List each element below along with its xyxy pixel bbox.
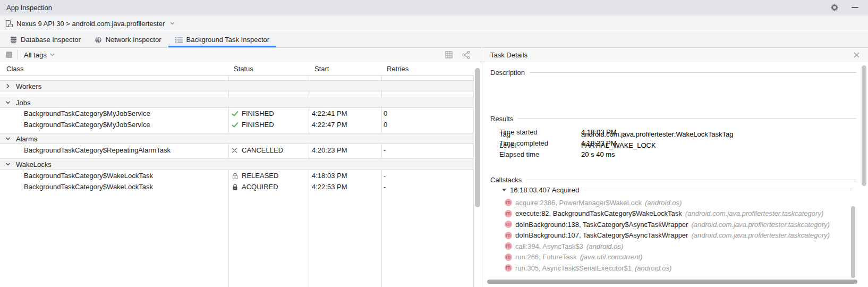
stack-frame[interactable]: mdoInBackground:138, TaskCategory$AsyncT… [483, 219, 855, 230]
list-view-icon[interactable] [445, 51, 453, 58]
field-time-started: Time started 4:18:03 PM [483, 128, 868, 137]
task-row[interactable]: BackgroundTaskCategory$MyJobServiceFINIS… [0, 108, 474, 119]
tab-label: Background Task Inspector [186, 36, 270, 44]
task-list-icon [175, 37, 183, 43]
table-spacer [0, 91, 474, 97]
chevron-down-icon[interactable] [5, 100, 11, 105]
method-icon: m [505, 264, 512, 272]
callstack-vertical-scrollbar[interactable] [851, 206, 855, 278]
close-icon[interactable] [854, 52, 860, 58]
chevron-down-icon[interactable] [5, 136, 11, 141]
column-header-class[interactable]: Class [6, 62, 24, 76]
group-label: Jobs [16, 97, 30, 108]
tab-background-task-inspector[interactable]: Background Task Inspector [168, 32, 277, 47]
task-rows: WorkersJobsBackgroundTaskCategory$MyJobS… [0, 76, 474, 192]
all-tags-label: All tags [24, 51, 47, 59]
chevron-right-icon[interactable] [5, 83, 11, 89]
stack-frame[interactable]: mrun:266, FutureTask(java.util.concurren… [483, 252, 855, 263]
group-row-wakelocks[interactable]: WakeLocks [0, 158, 474, 170]
method-icon: m [505, 242, 512, 250]
task-row[interactable]: BackgroundTaskCategory$MyJobServiceFINIS… [0, 119, 474, 130]
column-header-status[interactable]: Status [234, 62, 253, 76]
field-value: 4:18:03 PM [581, 128, 617, 136]
background-task-table-panel: All tags Class Status Start Retries Work… [0, 48, 482, 287]
field-label: Time completed [499, 139, 548, 147]
frame-text: call:394, AsyncTask$3 [515, 242, 583, 250]
gear-icon[interactable] [830, 3, 839, 12]
check-icon [232, 110, 239, 117]
column-header-retries[interactable]: Retries [387, 62, 409, 76]
frame-text: run:305, AsyncTask$SerialExecutor$1 [515, 264, 632, 272]
stack-frame[interactable]: mcall:394, AsyncTask$3(android.os) [483, 241, 855, 252]
toolbar-separator [17, 50, 18, 60]
method-icon: m [505, 232, 512, 239]
table-toolbar: All tags [0, 48, 482, 62]
task-status: FINISHED [242, 119, 274, 130]
section-results: Results [490, 114, 856, 123]
frame-package: (android.com.java.profilertester.taskcat… [691, 221, 829, 229]
group-label: WakeLocks [16, 159, 52, 171]
triangle-down-icon[interactable] [502, 189, 506, 191]
table-header-row: Class Status Start Retries [0, 62, 474, 76]
task-row[interactable]: BackgroundTaskCategory$RepeatingAlarmTas… [0, 144, 474, 157]
field-elapsed-time: Elapsed time 20 s 40 ms [483, 150, 868, 159]
task-class: BackgroundTaskCategory$MyJobService [24, 108, 150, 119]
task-class: BackgroundTaskCategory$MyJobService [24, 119, 150, 130]
graph-view-icon[interactable] [462, 51, 470, 59]
task-class: BackgroundTaskCategory$WakeLockTask [24, 170, 153, 181]
section-callstacks: Callstacks [490, 175, 856, 184]
task-status: CANCELLED [242, 144, 283, 157]
frame-package: (android.com.java.profilertester.taskcat… [685, 209, 823, 217]
details-vertical-scrollbar[interactable] [862, 65, 866, 186]
field-label: Elapsed time [499, 150, 539, 158]
window-title: App Inspection [6, 4, 52, 12]
section-label: Callstacks [490, 176, 522, 184]
field-value: 4:18:23 PM [581, 139, 617, 147]
task-row[interactable]: BackgroundTaskCategory$WakeLockTaskRELEA… [0, 170, 474, 181]
frame-package: (android.os) [645, 199, 682, 207]
frame-text: execute:82, BackgroundTaskCategory$WakeL… [515, 209, 682, 217]
field-time-completed: Time completed 4:18:23 PM [483, 139, 868, 148]
chevron-down-icon[interactable] [5, 162, 11, 167]
minimize-icon[interactable] [852, 7, 858, 8]
stack-frame[interactable]: mdoInBackground:107, TaskCategory$AsyncT… [483, 230, 855, 241]
frame-text: acquire:2386, PowerManager$WakeLock [515, 199, 642, 207]
section-label: Description [490, 69, 525, 77]
database-icon [10, 36, 17, 44]
group-row-jobs[interactable]: Jobs [0, 97, 474, 108]
lock-open-icon [232, 172, 239, 180]
task-status: FINISHED [242, 108, 274, 119]
tab-network-inspector[interactable]: Network Inspector [88, 32, 168, 47]
task-start: 4:20:23 PM [312, 144, 347, 157]
callstack-entry-label: 16:18:03.407 Acquired [510, 186, 579, 194]
device-process-bar[interactable]: Nexus 9 API 30 > android.com.java.profil… [0, 16, 868, 31]
task-class: BackgroundTaskCategory$WakeLockTask [24, 181, 153, 192]
frame-package: (android.os) [635, 264, 671, 272]
lock-closed-icon [232, 183, 239, 191]
task-retries: 0 [384, 108, 387, 119]
task-status: ACQUIRED [242, 181, 278, 192]
task-details-title: Task Details [490, 51, 527, 59]
callstack-entry[interactable]: 16:18:03.407 Acquired [502, 185, 852, 194]
field-value: 20 s 40 ms [581, 150, 615, 158]
field-label: Time started [499, 128, 538, 136]
all-tags-dropdown[interactable]: All tags [24, 51, 55, 59]
group-row-workers[interactable]: Workers [0, 80, 474, 91]
tab-database-inspector[interactable]: Database Inspector [3, 32, 88, 47]
task-row[interactable]: BackgroundTaskCategory$WakeLockTaskACQUI… [0, 181, 474, 192]
task-details-header: Task Details [483, 48, 868, 62]
column-header-start[interactable]: Start [314, 62, 329, 76]
task-status: RELEASED [242, 170, 278, 181]
stop-inspector-icon[interactable] [6, 52, 12, 58]
task-class: BackgroundTaskCategory$RepeatingAlarmTas… [24, 144, 171, 157]
details-horizontal-scrollbar[interactable] [487, 280, 857, 284]
stack-frame[interactable]: mrun:305, AsyncTask$SerialExecutor$1(and… [483, 263, 855, 274]
globe-icon [95, 36, 102, 44]
stack-frame[interactable]: macquire:2386, PowerManager$WakeLock(and… [483, 197, 855, 208]
table-vertical-scrollbar[interactable] [475, 68, 480, 207]
group-label: Alarms [16, 133, 37, 145]
check-icon [232, 121, 239, 128]
stack-frame[interactable]: mexecute:82, BackgroundTaskCategory$Wake… [483, 208, 855, 220]
group-row-alarms[interactable]: Alarms [0, 133, 474, 144]
task-start: 4:22:47 PM [312, 119, 347, 130]
